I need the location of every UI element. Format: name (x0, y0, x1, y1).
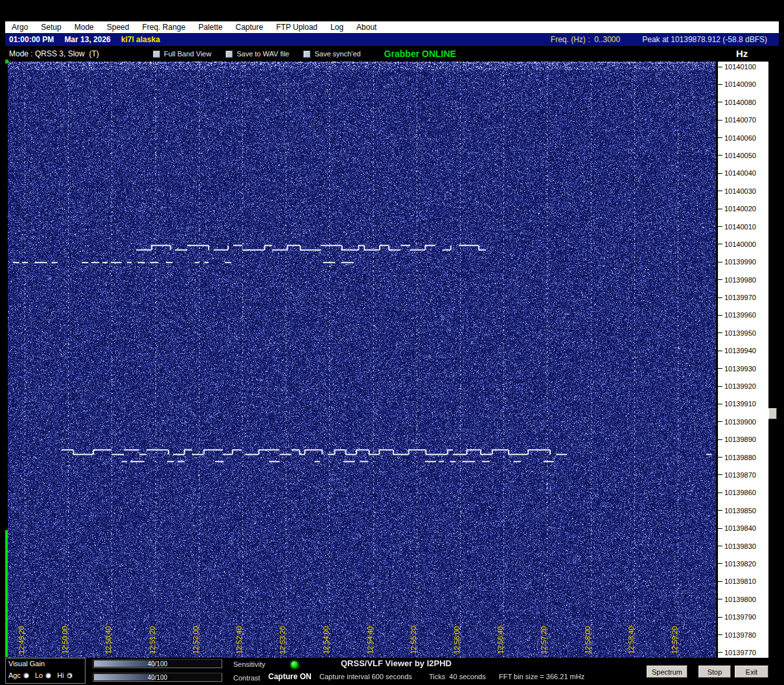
freq-tick-label: 10140080 (724, 99, 756, 106)
freq-tick-mark (718, 226, 722, 227)
freq-tick-label: 10140100 (724, 63, 756, 71)
menu-item[interactable]: Mode (68, 23, 100, 32)
menu-item[interactable]: Argo (5, 23, 34, 32)
menu-item[interactable]: FTP Upload (270, 23, 324, 32)
freq-tick-label: 10139860 (724, 489, 756, 496)
freq-tick-mark (718, 191, 722, 191)
menu-item[interactable]: Log (324, 23, 350, 32)
frequency-scale-row: 10140030 (718, 187, 768, 195)
freq-tick-label: 10139850 (724, 507, 756, 515)
checkbox-label: Save synch'ed (314, 50, 360, 58)
frequency-scale-row: 10140080 (718, 99, 768, 106)
freq-tick-mark (718, 421, 722, 422)
frequency-scale-row: 10139790 (718, 613, 768, 621)
freq-tick-mark (718, 262, 722, 262)
frequency-scale-row: 10139770 (718, 649, 768, 656)
freq-tick-mark (718, 297, 722, 298)
freq-tick-mark (718, 528, 722, 529)
menu-item[interactable]: About (350, 23, 383, 32)
frequency-scale-row: 10139810 (718, 577, 768, 585)
gain-radio-label: Agc (8, 671, 21, 679)
menu-item[interactable]: Capture (229, 23, 270, 32)
checkbox-icon (153, 51, 160, 58)
clock-date: Mar 13, 2026 (64, 35, 110, 44)
freq-range-label: Freq. (Hz) : 0..3000 (551, 35, 620, 44)
fft-bin-label: FFT bin size = 366.21 mHz (499, 673, 584, 680)
waterfall-canvas[interactable] (8, 62, 716, 658)
frequency-scale-row: 10140000 (718, 240, 768, 248)
contrast-slider[interactable]: 40/100 (93, 673, 222, 682)
freq-tick-label: 10140060 (724, 134, 756, 142)
sensitivity-slider[interactable]: 40/100 (93, 659, 222, 668)
freq-tick-label: 10139820 (724, 560, 756, 568)
menu-bar: Argo Setup Mode Speed Freq. Range Palett… (5, 21, 779, 33)
frequency-scale-row: 10139850 (718, 507, 768, 515)
frequency-scale-row: 10139990 (718, 258, 768, 266)
freq-tick-mark (718, 137, 722, 138)
visual-gain-panel: Visual Gain Agc Lo Hi (5, 658, 86, 684)
freq-tick-label: 10139900 (724, 418, 756, 426)
frequency-scale-row: 10139920 (718, 382, 768, 390)
radio-icon (23, 673, 29, 679)
capture-progress-dot (5, 60, 8, 64)
gain-radio-option[interactable]: Agc (8, 671, 29, 679)
full-band-view-checkbox[interactable]: Full Band View (153, 50, 211, 58)
capture-status: Capture ON (268, 672, 312, 681)
stop-button[interactable]: Stop (698, 666, 731, 678)
sensitivity-value: 40/100 (93, 660, 222, 668)
save-wav-checkbox[interactable]: Save to WAV file (225, 50, 289, 58)
freq-tick-label: 10139970 (724, 294, 756, 301)
frequency-scale-row: 10139970 (718, 294, 768, 301)
freq-tick-label: 10139870 (724, 471, 756, 479)
frequency-scale-row: 10139860 (718, 489, 768, 496)
app-title: QRSS/VLF Viewer by I2PHD (341, 658, 452, 668)
freq-tick-label: 10139800 (724, 596, 756, 603)
freq-tick-label: 10139910 (724, 400, 756, 408)
frequency-scale-row: 10139870 (718, 471, 768, 479)
freq-tick-label: 10139780 (724, 631, 756, 639)
frequency-scale-row: 10139830 (718, 542, 768, 550)
gain-radio-option[interactable]: Hi (57, 671, 72, 679)
freq-tick-label: 10139990 (724, 258, 756, 266)
freq-tick-label: 10139790 (724, 613, 756, 621)
freq-tick-mark (718, 510, 722, 511)
gain-radio-label: Hi (57, 671, 63, 679)
freq-tick-mark (718, 84, 722, 85)
capture-interval-label: Capture interval 600 seconds (319, 673, 412, 680)
bottom-control-bar: Visual Gain Agc Lo Hi 40/100 (5, 658, 779, 685)
freq-tick-label: 10140030 (724, 187, 756, 195)
scrollbar-thumb[interactable] (768, 408, 777, 419)
freq-tick-mark (718, 173, 722, 174)
exit-button[interactable]: Exit (735, 666, 768, 678)
freq-tick-mark (718, 457, 722, 458)
freq-tick-mark (718, 279, 722, 280)
freq-tick-mark (718, 386, 722, 387)
freq-tick-label: 10139770 (724, 649, 756, 656)
freq-tick-mark (718, 67, 722, 67)
freq-tick-label: 10140070 (724, 116, 756, 124)
freq-tick-label: 10140000 (724, 240, 756, 248)
title-status-bar: 01:00:00 PM Mar 13, 2026 kl7l alaska Fre… (5, 33, 779, 46)
frequency-scale-row: 10139960 (718, 311, 768, 319)
frequency-scale-row: 10139930 (718, 365, 768, 373)
menu-item[interactable]: Speed (100, 23, 136, 32)
freq-tick-label: 10139920 (724, 382, 756, 390)
gain-radio-option[interactable]: Lo (35, 671, 51, 679)
menu-item[interactable]: Setup (34, 23, 67, 32)
freq-tick-label: 10139840 (724, 524, 756, 532)
freq-tick-label: 10139960 (724, 311, 756, 319)
checkbox-icon (303, 51, 310, 58)
spectrum-button[interactable]: Spectrum (647, 666, 687, 678)
gain-radio-label: Lo (35, 671, 43, 679)
frequency-scale-row: 10140020 (718, 205, 768, 213)
checkbox-label: Full Band View (164, 50, 211, 58)
save-synched-checkbox[interactable]: Save synch'ed (303, 50, 360, 58)
frequency-scale-row: 10139950 (718, 329, 768, 337)
freq-tick-mark (718, 209, 722, 209)
freq-tick-label: 10139830 (724, 542, 756, 550)
menu-item[interactable]: Palette (192, 23, 229, 32)
freq-tick-mark (718, 652, 722, 653)
menu-item[interactable]: Freq. Range (135, 23, 192, 32)
freq-tick-mark (718, 474, 722, 475)
peak-readout: Peak at 10139878.912 (-58.8 dBFS) (642, 35, 767, 44)
